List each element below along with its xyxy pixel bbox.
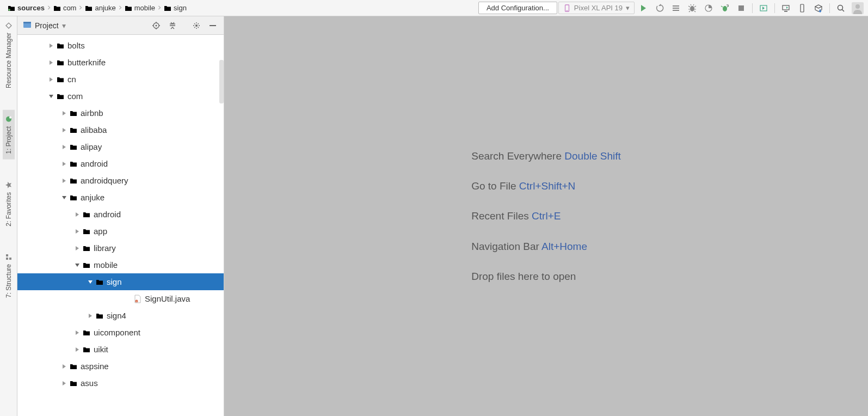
tip-shortcut: Ctrl+E [532,210,561,222]
expand-arrow-icon[interactable] [48,59,54,66]
folder-icon [57,59,64,66]
expand-arrow-icon[interactable] [61,178,67,184]
project-title-label: Project [35,21,59,30]
locate-button[interactable] [151,20,162,31]
tree-row[interactable]: android [17,155,224,172]
chevron-down-icon: ▾ [626,4,630,12]
expand-arrow-icon[interactable] [48,76,54,83]
expand-arrow-icon[interactable] [61,380,67,387]
search-button[interactable] [833,1,848,16]
editor-area[interactable]: Search Everywhere Double ShiftGo to File… [224,16,868,416]
tree-row[interactable]: android [17,206,224,223]
project-view-dropdown[interactable]: Project ▾ [23,21,66,30]
device-dropdown[interactable]: Pixel XL API 19 ▾ [558,2,635,14]
tree-row[interactable]: butterknife [17,54,224,71]
settings-button[interactable] [191,20,202,31]
tree-row[interactable]: alibaba [17,121,224,138]
rail-item-2-favorites[interactable]: 2: Favorites [3,176,15,232]
tree-row[interactable]: app [17,223,224,240]
avd-manager-button[interactable] [778,1,793,16]
tree-row[interactable]: mobile [17,256,224,273]
sdk-manager-button[interactable] [811,1,826,16]
svg-point-8 [723,6,727,11]
rail-label: 1: Project [5,126,13,154]
expand-arrow-icon[interactable] [61,363,67,370]
tip-shortcut: Double Shift [564,150,621,162]
svg-rect-12 [784,11,787,12]
tree-label: aspsine [81,362,109,371]
tree-row[interactable]: airbnb [17,105,224,121]
folder-icon [57,76,64,83]
expand-arrow-icon[interactable] [61,161,67,167]
expand-arrow-icon[interactable] [61,144,67,150]
tree-row[interactable]: library [17,240,224,256]
bug-icon[interactable] [685,1,700,16]
add-configuration-button[interactable]: Add Configuration... [478,2,557,14]
folder-icon [164,5,171,11]
expand-arrow-icon[interactable] [61,127,67,133]
sidebar-header: Project ▾ [17,16,224,35]
attach-debugger-button[interactable] [717,1,732,16]
toolbar-separator [829,3,830,13]
collapse-all-button[interactable] [167,20,178,31]
device-manager-button[interactable] [795,1,810,16]
folder-icon [70,127,77,133]
folder-icon [83,329,90,336]
project-tree[interactable]: boltsbutterknifecncomairbnbalibabaalipay… [17,35,224,416]
user-avatar[interactable] [852,2,864,14]
folder-icon [70,194,77,201]
tree-row[interactable]: bolts [17,37,224,54]
left-rail: Resource Manager1: Project2: Favorites7:… [0,16,17,416]
tree-row[interactable]: androidquery [17,172,224,189]
expand-arrow-icon[interactable] [74,245,81,252]
expand-arrow-icon[interactable] [87,313,94,319]
expand-arrow-icon[interactable] [61,110,67,117]
tip-shortcut: Alt+Home [541,241,587,252]
sync-button[interactable] [756,1,771,16]
hide-button[interactable] [207,20,218,31]
tree-row[interactable]: uikit [17,341,224,358]
tree-row[interactable]: cn [17,71,224,88]
breadcrumb-label: mobile [134,4,155,12]
chevron-down-icon: ▾ [62,21,66,30]
stop-button[interactable] [734,1,749,16]
folder-icon [83,262,90,268]
breadcrumb-item[interactable]: sources [4,3,48,13]
profiler-button[interactable] [701,1,716,16]
collapse-arrow-icon[interactable] [87,279,94,285]
tree-row[interactable]: alipay [17,138,224,155]
tree-row[interactable]: asus [17,375,224,391]
expand-arrow-icon[interactable] [74,346,81,353]
tree-row[interactable]: sign [17,273,224,290]
rail-item-1-project[interactable]: 1: Project [3,110,15,160]
expand-arrow-icon[interactable] [74,228,81,235]
folder-icon [85,5,93,11]
tree-row[interactable]: uicomponent [17,324,224,341]
rail-item-7-structure[interactable]: 7: Structure [3,248,15,303]
rail-item-resource-manager[interactable]: Resource Manager [3,16,15,94]
collapse-arrow-icon[interactable] [61,194,67,201]
tree-label: SignUtil.java [145,294,190,303]
tree-label: bolts [67,41,85,50]
expand-arrow-icon[interactable] [74,211,81,218]
structure-icon [5,253,13,261]
scrollbar-thumb[interactable] [219,60,224,103]
run-button[interactable] [636,1,651,16]
svg-rect-9 [738,5,744,11]
breadcrumb-item[interactable]: mobile [121,3,158,13]
expand-arrow-icon[interactable] [74,329,81,336]
breadcrumb-item[interactable]: com [50,3,80,13]
tip-text: Go to File [471,180,516,192]
breadcrumb-item[interactable]: sign [161,3,190,13]
apply-changes-button[interactable] [652,1,667,16]
collapse-arrow-icon[interactable] [48,93,54,100]
tree-row[interactable]: aspsine [17,358,224,375]
expand-arrow-icon[interactable] [48,42,54,49]
debug-button[interactable] [668,1,684,16]
collapse-arrow-icon[interactable] [74,262,81,268]
tree-row[interactable]: anjuke [17,189,224,206]
breadcrumb-item[interactable]: anjuke [82,3,119,13]
tree-row[interactable]: com [17,88,224,105]
tree-row[interactable]: sign4 [17,307,224,324]
tree-row[interactable]: JSignUtil.java [17,290,224,307]
